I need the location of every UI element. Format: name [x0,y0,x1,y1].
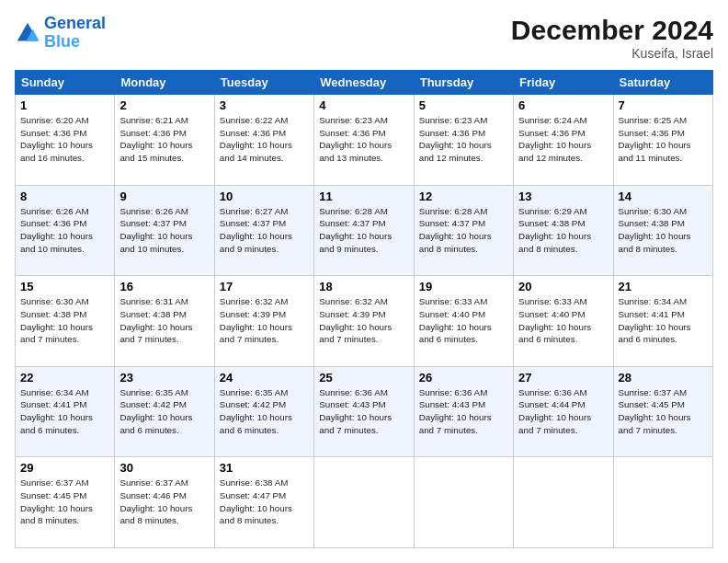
day-info: Sunrise: 6:33 AM Sunset: 4:40 PM Dayligh… [518,295,608,346]
calendar-cell: 20 Sunrise: 6:33 AM Sunset: 4:40 PM Dayl… [514,276,613,367]
calendar-week-2: 8 Sunrise: 6:26 AM Sunset: 4:36 PM Dayli… [16,185,713,276]
calendar-cell: 10 Sunrise: 6:27 AM Sunset: 4:37 PM Dayl… [214,185,313,276]
col-header-monday: Monday [115,71,214,95]
calendar-table: SundayMondayTuesdayWednesdayThursdayFrid… [15,70,713,548]
calendar-cell: 13 Sunrise: 6:29 AM Sunset: 4:38 PM Dayl… [514,185,613,276]
col-header-tuesday: Tuesday [214,71,313,95]
logo-line1: General [44,14,106,32]
calendar-cell: 28 Sunrise: 6:37 AM Sunset: 4:45 PM Dayl… [613,366,712,457]
day-number: 20 [518,280,608,293]
day-number: 2 [119,98,209,112]
day-info: Sunrise: 6:29 AM Sunset: 4:38 PM Dayligh… [518,205,608,256]
calendar-cell: 17 Sunrise: 6:32 AM Sunset: 4:39 PM Dayl… [214,276,313,367]
day-number: 19 [419,280,508,293]
day-number: 23 [119,371,209,385]
day-info: Sunrise: 6:37 AM Sunset: 4:45 PM Dayligh… [20,477,109,527]
day-number: 15 [20,280,109,293]
day-number: 11 [319,190,408,203]
day-number: 14 [619,190,708,203]
day-info: Sunrise: 6:35 AM Sunset: 4:42 PM Dayligh… [119,386,209,437]
day-number: 1 [20,98,109,112]
day-number: 12 [419,190,508,203]
day-number: 27 [518,371,608,385]
day-info: Sunrise: 6:30 AM Sunset: 4:38 PM Dayligh… [619,205,708,256]
calendar-week-1: 1 Sunrise: 6:20 AM Sunset: 4:36 PM Dayli… [16,95,713,186]
day-number: 13 [518,190,608,203]
day-info: Sunrise: 6:24 AM Sunset: 4:36 PM Dayligh… [518,114,608,165]
day-number: 10 [220,190,309,203]
logo-line2: Blue [44,32,80,51]
day-number: 22 [20,371,109,385]
calendar-cell [514,457,613,548]
calendar-cell: 14 Sunrise: 6:30 AM Sunset: 4:38 PM Dayl… [613,185,712,276]
calendar-week-3: 15 Sunrise: 6:30 AM Sunset: 4:38 PM Dayl… [16,276,713,367]
calendar-cell: 16 Sunrise: 6:31 AM Sunset: 4:38 PM Dayl… [115,276,214,367]
day-info: Sunrise: 6:27 AM Sunset: 4:37 PM Dayligh… [220,205,309,256]
day-number: 3 [220,98,309,112]
calendar-cell: 15 Sunrise: 6:30 AM Sunset: 4:38 PM Dayl… [16,276,115,367]
logo-icon [15,20,40,46]
calendar-cell: 30 Sunrise: 6:37 AM Sunset: 4:46 PM Dayl… [115,457,214,548]
calendar-cell: 27 Sunrise: 6:36 AM Sunset: 4:44 PM Dayl… [514,366,613,457]
day-number: 30 [119,461,209,475]
day-info: Sunrise: 6:38 AM Sunset: 4:47 PM Dayligh… [220,477,309,527]
day-number: 26 [419,371,508,385]
day-number: 29 [20,461,109,475]
day-info: Sunrise: 6:32 AM Sunset: 4:39 PM Dayligh… [319,295,408,346]
logo-text: General Blue [44,15,106,52]
calendar-cell: 24 Sunrise: 6:35 AM Sunset: 4:42 PM Dayl… [214,366,313,457]
day-info: Sunrise: 6:23 AM Sunset: 4:36 PM Dayligh… [419,114,508,165]
calendar-cell: 29 Sunrise: 6:37 AM Sunset: 4:45 PM Dayl… [16,457,115,548]
day-info: Sunrise: 6:34 AM Sunset: 4:41 PM Dayligh… [619,295,708,346]
day-number: 16 [119,280,209,293]
logo: General Blue [15,15,106,52]
calendar-cell: 5 Sunrise: 6:23 AM Sunset: 4:36 PM Dayli… [414,95,513,186]
calendar-cell: 3 Sunrise: 6:22 AM Sunset: 4:36 PM Dayli… [214,95,313,186]
main-title: December 2024 [511,15,713,46]
calendar-cell: 11 Sunrise: 6:28 AM Sunset: 4:37 PM Dayl… [314,185,414,276]
day-number: 9 [119,190,209,203]
day-number: 6 [518,98,608,112]
day-info: Sunrise: 6:34 AM Sunset: 4:41 PM Dayligh… [20,386,109,437]
day-info: Sunrise: 6:32 AM Sunset: 4:39 PM Dayligh… [220,295,309,346]
col-header-sunday: Sunday [16,71,115,95]
day-info: Sunrise: 6:26 AM Sunset: 4:37 PM Dayligh… [119,205,209,256]
col-header-thursday: Thursday [414,71,513,95]
calendar-cell: 21 Sunrise: 6:34 AM Sunset: 4:41 PM Dayl… [613,276,712,367]
day-number: 4 [319,98,408,112]
calendar-cell [613,457,712,548]
calendar-cell: 25 Sunrise: 6:36 AM Sunset: 4:43 PM Dayl… [314,366,414,457]
calendar-header-row: SundayMondayTuesdayWednesdayThursdayFrid… [16,71,713,95]
calendar-cell: 18 Sunrise: 6:32 AM Sunset: 4:39 PM Dayl… [314,276,414,367]
day-number: 17 [220,280,309,293]
day-number: 7 [619,98,708,112]
day-info: Sunrise: 6:36 AM Sunset: 4:43 PM Dayligh… [419,386,508,437]
calendar-cell [414,457,513,548]
calendar-cell: 6 Sunrise: 6:24 AM Sunset: 4:36 PM Dayli… [514,95,613,186]
day-info: Sunrise: 6:28 AM Sunset: 4:37 PM Dayligh… [419,205,508,256]
day-number: 31 [220,461,309,475]
subtitle: Kuseifa, Israel [511,46,713,61]
day-number: 21 [619,280,708,293]
day-info: Sunrise: 6:30 AM Sunset: 4:38 PM Dayligh… [20,295,109,346]
day-info: Sunrise: 6:37 AM Sunset: 4:46 PM Dayligh… [119,477,209,527]
calendar-week-4: 22 Sunrise: 6:34 AM Sunset: 4:41 PM Dayl… [16,366,713,457]
day-number: 25 [319,371,408,385]
day-info: Sunrise: 6:21 AM Sunset: 4:36 PM Dayligh… [119,114,209,165]
day-info: Sunrise: 6:23 AM Sunset: 4:36 PM Dayligh… [319,114,408,165]
col-header-saturday: Saturday [613,71,712,95]
day-info: Sunrise: 6:36 AM Sunset: 4:44 PM Dayligh… [518,386,608,437]
day-number: 28 [619,371,708,385]
calendar-cell: 12 Sunrise: 6:28 AM Sunset: 4:37 PM Dayl… [414,185,513,276]
day-info: Sunrise: 6:20 AM Sunset: 4:36 PM Dayligh… [20,114,109,165]
day-info: Sunrise: 6:33 AM Sunset: 4:40 PM Dayligh… [419,295,508,346]
day-info: Sunrise: 6:26 AM Sunset: 4:36 PM Dayligh… [20,205,109,256]
day-info: Sunrise: 6:25 AM Sunset: 4:36 PM Dayligh… [619,114,708,165]
calendar-cell: 22 Sunrise: 6:34 AM Sunset: 4:41 PM Dayl… [16,366,115,457]
day-info: Sunrise: 6:31 AM Sunset: 4:38 PM Dayligh… [119,295,209,346]
calendar-cell [314,457,414,548]
day-info: Sunrise: 6:22 AM Sunset: 4:36 PM Dayligh… [220,114,309,165]
calendar-cell: 9 Sunrise: 6:26 AM Sunset: 4:37 PM Dayli… [115,185,214,276]
col-header-wednesday: Wednesday [314,71,414,95]
calendar-cell: 2 Sunrise: 6:21 AM Sunset: 4:36 PM Dayli… [115,95,214,186]
